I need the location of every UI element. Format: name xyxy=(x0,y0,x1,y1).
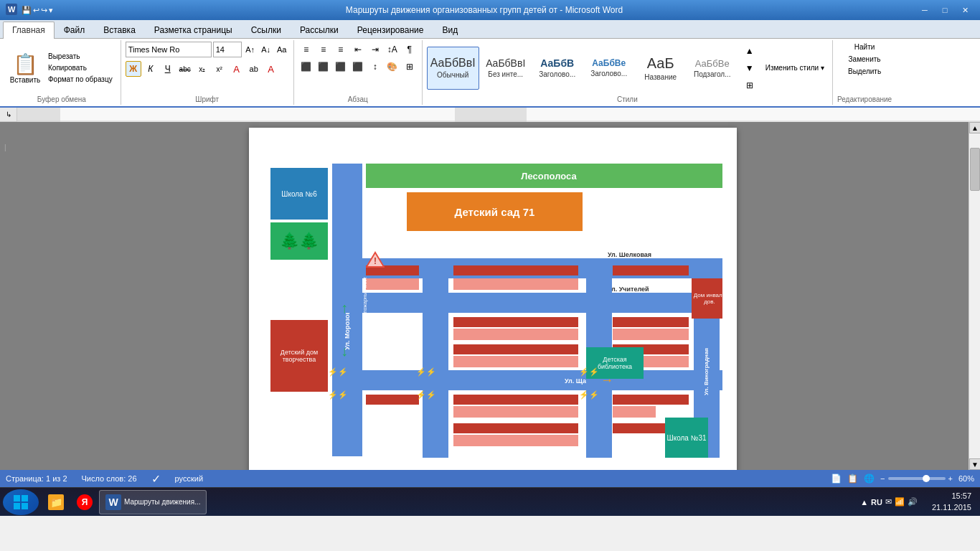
subscript-button[interactable]: х₂ xyxy=(194,61,210,77)
strikethrough-button[interactable]: abc xyxy=(177,61,193,77)
view-web-btn[interactable]: 🌐 xyxy=(864,474,875,484)
editing-group: Найти Заменить Выделить Редактирование xyxy=(833,40,896,105)
style-heading1[interactable]: АаБбВ Заголово... xyxy=(532,47,583,90)
styles-scroll-down[interactable]: ▼ xyxy=(742,60,758,76)
scroll-thumb[interactable] xyxy=(970,148,980,191)
tab-view[interactable]: Вид xyxy=(433,22,467,38)
clear-format-btn[interactable]: Aa xyxy=(275,42,289,57)
tab-file[interactable]: Файл xyxy=(55,22,95,38)
scroll-track[interactable] xyxy=(969,133,980,458)
svg-text:!: ! xyxy=(374,256,377,266)
detdom-block: Детский дом творчества xyxy=(270,320,328,392)
vertical-scrollbar[interactable]: ▲ ▼ xyxy=(969,122,980,470)
change-styles-btn[interactable]: Изменить стили ▾ xyxy=(762,62,828,73)
font-size-input[interactable] xyxy=(213,42,242,57)
font-grow-btn[interactable]: A↑ xyxy=(243,42,258,57)
spellcheck-icon[interactable]: ✓ xyxy=(151,472,161,486)
cut-button[interactable]: Вырезать xyxy=(44,51,116,62)
tray-mail-icon[interactable]: ✉ xyxy=(885,497,892,507)
bold-button[interactable]: Ж xyxy=(126,61,141,77)
zoom-control[interactable]: − + 60% xyxy=(880,474,974,483)
svg-rect-11 xyxy=(14,503,20,509)
road-center-v xyxy=(423,258,448,458)
zoom-slider[interactable] xyxy=(888,477,946,480)
style-title[interactable]: АаБ Название xyxy=(636,47,686,90)
highlight-btn[interactable]: ab xyxy=(246,61,262,77)
minimize-btn[interactable]: ─ xyxy=(915,3,934,17)
system-clock[interactable]: 15:57 21.11.2015 xyxy=(926,491,977,513)
bld-bot-1 xyxy=(366,395,419,405)
italic-button[interactable]: К xyxy=(143,61,159,77)
font-color-btn[interactable]: A xyxy=(263,61,279,77)
quick-access-toolbar[interactable]: W 💾 ↩ ↪ ▾ xyxy=(6,4,53,17)
taskbar-word-title: Маршруты движения... xyxy=(124,498,200,506)
taskbar-yandex[interactable]: Я xyxy=(70,490,99,514)
arrow-down: ↓ xyxy=(341,343,348,359)
underline-button[interactable]: Ч xyxy=(160,61,176,77)
crosswalk-icon-1: ⚡⚡ xyxy=(328,367,348,377)
replace-btn[interactable]: Заменить xyxy=(845,54,885,65)
style-subtitle[interactable]: АаБбВе Подзагол... xyxy=(687,47,738,90)
tab-review[interactable]: Рецензирование xyxy=(348,22,433,38)
tab-layout[interactable]: Разметка страницы xyxy=(145,22,242,38)
styles-more-btn[interactable]: ⊞ xyxy=(742,77,758,93)
list-multi-btn[interactable]: ≡ xyxy=(333,42,349,57)
ruler-area: ↳ xyxy=(0,108,980,122)
format-painter-button[interactable]: Формат по образцу xyxy=(44,74,116,85)
indent-increase-btn[interactable]: ⇥ xyxy=(367,42,383,57)
taskbar-explorer[interactable]: 📁 xyxy=(42,490,70,514)
text-effects-btn[interactable]: A xyxy=(229,61,245,77)
style-heading2[interactable]: АаБбВе Заголово... xyxy=(584,47,634,90)
font-family-input[interactable] xyxy=(126,42,212,57)
tray-lang[interactable]: RU xyxy=(871,498,882,507)
restore-btn[interactable]: □ xyxy=(936,3,954,17)
line-spacing-btn[interactable]: ↕ xyxy=(367,59,383,75)
list-bullet-btn[interactable]: ≡ xyxy=(298,42,314,57)
indent-decrease-btn[interactable]: ⇤ xyxy=(350,42,366,57)
tab-references[interactable]: Ссылки xyxy=(242,22,291,38)
crosswalk-icon-7: ⚡⚡ xyxy=(579,390,599,400)
align-center-btn[interactable]: ⬛ xyxy=(316,59,331,75)
tray-volume-icon[interactable]: 🔊 xyxy=(908,497,918,507)
find-btn[interactable]: Найти xyxy=(851,42,879,52)
tray-arrows-icon[interactable]: ▲ xyxy=(860,498,868,507)
close-btn[interactable]: ✕ xyxy=(956,3,974,17)
superscript-button[interactable]: х² xyxy=(212,61,227,77)
styles-gallery: АаБбВвI Обычный АаБбВвI Без инте... АаБб… xyxy=(427,43,738,93)
undo-quick-btn[interactable]: ↩ xyxy=(33,6,39,15)
redo-quick-btn[interactable]: ↪ xyxy=(41,6,47,15)
styles-scroll-up[interactable]: ▲ xyxy=(742,43,758,59)
pilcrow-btn[interactable]: ¶ xyxy=(402,42,418,57)
view-print-btn[interactable]: 📄 xyxy=(831,474,842,484)
align-left-btn[interactable]: ⬛ xyxy=(298,59,314,75)
font-shrink-btn[interactable]: A↓ xyxy=(259,42,273,57)
taskbar-word[interactable]: W Маршруты движения... xyxy=(99,490,207,514)
view-full-btn[interactable]: 📋 xyxy=(847,474,858,484)
tab-insert[interactable]: Вставка xyxy=(94,22,145,38)
save-quick-btn[interactable]: 💾 xyxy=(22,6,32,15)
scroll-up-btn[interactable]: ▲ xyxy=(969,122,980,133)
font-group: A↑ A↓ Aa Ж К Ч abc х₂ х² A ab A Шрифт xyxy=(121,40,294,105)
select-btn[interactable]: Выделить xyxy=(844,66,885,77)
align-right-btn[interactable]: ⬛ xyxy=(333,59,349,75)
zoom-thumb[interactable] xyxy=(923,475,930,482)
tab-mailings[interactable]: Рассылки xyxy=(291,22,348,38)
list-number-btn[interactable]: ≡ xyxy=(316,42,331,57)
tab-home[interactable]: Главная xyxy=(3,22,55,39)
sort-btn[interactable]: ↕A xyxy=(385,42,400,57)
scroll-down-btn[interactable]: ▼ xyxy=(969,458,980,470)
start-button[interactable] xyxy=(3,489,39,515)
explorer-icon: 📁 xyxy=(48,494,64,510)
style-normal[interactable]: АаБбВвI Обычный xyxy=(427,47,479,90)
ruler-corner[interactable]: ↳ xyxy=(0,108,17,122)
style-no-spacing[interactable]: АаБбВвI Без инте... xyxy=(481,47,531,90)
borders-btn[interactable]: ⊞ xyxy=(402,59,418,75)
paste-button[interactable]: 📋 Вставить xyxy=(7,47,43,90)
zoom-in-btn[interactable]: + xyxy=(948,474,953,483)
zoom-out-btn[interactable]: − xyxy=(880,474,885,483)
shading-btn[interactable]: 🎨 xyxy=(385,59,400,75)
align-justify-btn[interactable]: ⬛ xyxy=(350,59,366,75)
copy-button[interactable]: Копировать xyxy=(44,62,116,73)
page-container[interactable]: Лесополоса Детский сад 71 Школа №6 🌲🌲 Ул… xyxy=(17,122,969,470)
words-status: Число слов: 26 xyxy=(82,474,137,483)
